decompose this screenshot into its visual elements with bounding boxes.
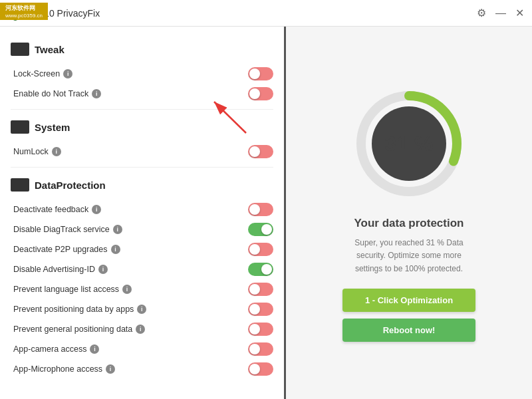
p2p-toggle-thumb [249,244,260,255]
toggle-row-lock-screen: Lock-Screen i [0,64,284,84]
camera-toggle[interactable] [248,342,273,356]
toggle-row-advertising-id: Disable Advertising-ID i [0,259,284,279]
toggle-row-diagtrack: Disable DiagTrack service i [0,219,284,239]
lock-screen-label: Lock-Screen i [13,69,72,78]
gauge-center: 31 % [385,132,434,156]
diagtrack-toggle[interactable] [248,223,273,236]
language-list-toggle-track [248,283,273,296]
deactivate-feedback-toggle-thumb [249,204,260,215]
lock-screen-toggle-track [248,67,273,80]
deactivate-feedback-info-icon[interactable]: i [92,205,101,214]
diagtrack-toggle-track [248,223,273,236]
divider-tweak-system [11,109,273,110]
camera-toggle-track [248,342,273,356]
p2p-toggle[interactable] [248,243,273,256]
close-icon[interactable]: ✕ [515,8,524,19]
advertising-id-label: Disable Advertising-ID i [13,265,108,274]
title-bar: ✦ Win10 PrivacyFix ⚙ — ✕ [0,0,532,27]
numlock-info-icon[interactable]: i [52,147,61,156]
deactivate-feedback-toggle-track [248,203,273,216]
positioning-apps-toggle-thumb [249,304,260,315]
section-system-header: System [0,115,284,139]
optimization-button[interactable]: 1 - Click Optimization [342,289,475,312]
language-list-toggle-thumb [249,284,260,295]
gauge-percent-text: 31 % [385,132,434,156]
numlock-toggle-track [248,145,273,158]
toggle-row-deactivate-feedback: Deactivate feedback i [0,200,284,219]
lock-screen-toggle-thumb [249,68,260,79]
toggle-row-microphone: App-Microphone access i [0,359,284,379]
general-positioning-info-icon[interactable]: i [136,325,145,334]
diagtrack-toggle-thumb [261,224,272,235]
section-tweak-header: Tweak [0,37,284,61]
do-not-track-toggle[interactable] [248,87,273,100]
settings-icon[interactable]: ⚙ [477,8,486,19]
system-title: System [35,122,70,133]
tweak-icon [11,43,29,56]
do-not-track-label: Enable do Not Track i [13,89,101,98]
title-bar-controls: ⚙ — ✕ [477,8,524,19]
lock-screen-info-icon[interactable]: i [63,69,72,78]
watermark: 河东软件网 www.pc0359.cn [0,3,48,20]
microphone-toggle-thumb [249,364,260,374]
microphone-label: App-Microphone access i [13,364,115,374]
system-icon [11,120,29,134]
reboot-button[interactable]: Reboot now! [342,319,475,342]
section-dataprotection-header: DataProtection [0,173,284,197]
toggle-row-language-list: Prevent language list access i [0,279,284,299]
toggle-row-p2p: Deactivate P2P upgrades i [0,239,284,259]
toggle-row-positioning-apps: Prevent positioning data by apps i [0,299,284,319]
camera-info-icon[interactable]: i [90,344,99,354]
do-not-track-toggle-track [248,87,273,100]
watermark-line1: 河东软件网 [5,4,43,13]
toggle-row-camera: App-camera access i [0,339,284,359]
minimize-icon[interactable]: — [495,8,506,19]
left-panel: Tweak Lock-Screen i Enable do Not Track … [0,27,286,399]
protection-title: Your data protection [354,217,464,230]
advertising-id-info-icon[interactable]: i [98,265,108,274]
microphone-info-icon[interactable]: i [106,364,115,374]
toggle-row-do-not-track: Enable do Not Track i [0,84,284,104]
numlock-toggle[interactable] [248,145,273,158]
language-list-label: Prevent language list access i [13,285,132,294]
do-not-track-toggle-thumb [249,88,260,99]
main-content: Tweak Lock-Screen i Enable do Not Track … [0,27,532,399]
p2p-toggle-track [248,243,273,256]
general-positioning-toggle[interactable] [248,323,273,336]
deactivate-feedback-toggle[interactable] [248,203,273,216]
advertising-id-toggle-thumb [261,264,272,275]
general-positioning-toggle-track [248,323,273,336]
numlock-label: NumLock i [13,147,61,156]
language-list-info-icon[interactable]: i [122,285,132,294]
camera-label: App-camera access i [13,344,99,354]
gauge-container: 31 % [349,84,469,203]
advertising-id-toggle[interactable] [248,263,273,276]
advertising-id-toggle-track [248,263,273,276]
protection-desc: Super, you reached 31 % Data security. O… [342,237,475,275]
do-not-track-info-icon[interactable]: i [92,89,101,98]
positioning-apps-toggle-track [248,303,273,316]
diagtrack-label: Disable DiagTrack service i [13,225,122,234]
general-positioning-label: Prevent general positioning data i [13,325,145,334]
toggle-row-numlock: NumLock i [0,142,284,162]
dataprotection-title: DataProtection [35,180,106,191]
positioning-apps-toggle[interactable] [248,303,273,316]
tweak-title: Tweak [35,44,65,55]
camera-toggle-thumb [249,344,260,354]
numlock-toggle-thumb [249,146,260,157]
divider-system-dataprotection [11,167,273,168]
positioning-apps-info-icon[interactable]: i [137,305,146,314]
toggle-row-general-positioning: Prevent general positioning data i [0,319,284,339]
positioning-apps-label: Prevent positioning data by apps i [13,305,146,314]
p2p-label: Deactivate P2P upgrades i [13,245,120,254]
general-positioning-toggle-thumb [249,324,260,334]
watermark-line2: www.pc0359.cn [5,13,43,19]
lock-screen-toggle[interactable] [248,67,273,80]
diagtrack-info-icon[interactable]: i [113,225,122,234]
language-list-toggle[interactable] [248,283,273,296]
microphone-toggle[interactable] [248,362,273,376]
right-panel: 31 % Your data protection Super, you rea… [286,27,532,399]
p2p-info-icon[interactable]: i [111,245,120,254]
microphone-toggle-track [248,362,273,376]
deactivate-feedback-label: Deactivate feedback i [13,205,101,214]
